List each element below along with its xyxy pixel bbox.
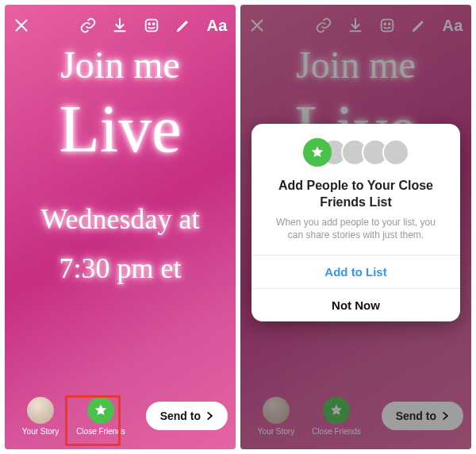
download-icon[interactable]: [111, 17, 129, 34]
svg-line-6: [252, 21, 263, 31]
svg-point-4: [153, 23, 155, 25]
star-icon: [303, 138, 332, 167]
text-tool-icon: Aa: [442, 17, 463, 35]
your-story-label: Your Story: [258, 427, 294, 436]
svg-point-9: [389, 23, 390, 25]
send-to-label: Send to: [160, 410, 201, 422]
your-story-target[interactable]: Your Story: [13, 397, 68, 436]
editor-toolbar: Aa: [240, 10, 471, 41]
close-icon[interactable]: [13, 17, 30, 34]
close-friends-label: Close Friends: [76, 427, 125, 436]
share-bar: Your Story Close Friends Send to: [240, 391, 471, 441]
add-to-list-button[interactable]: Add to List: [251, 255, 460, 288]
sticker-icon[interactable]: [143, 17, 160, 34]
your-story-label: Your Story: [22, 427, 59, 436]
svg-rect-7: [382, 20, 393, 32]
story-editor-screen-modal: Aa Join me Live Wednesday at 7:30 pm et …: [240, 5, 471, 449]
text-tool-icon[interactable]: Aa: [206, 17, 228, 35]
modal-avatar-row: [251, 124, 460, 175]
svg-point-8: [385, 23, 386, 25]
send-to-label: Send to: [396, 410, 436, 422]
star-icon: [87, 397, 114, 424]
story-text-line: Wednesday at: [40, 202, 199, 236]
send-to-button[interactable]: Send to: [146, 402, 228, 430]
star-icon: [323, 397, 350, 424]
close-friends-label: Close Friends: [312, 427, 361, 436]
close-friends-target[interactable]: Close Friends: [73, 397, 129, 436]
modal-body: When you add people to your list, you ca…: [251, 216, 460, 256]
story-text-line: Join me: [60, 43, 180, 87]
avatar: [263, 397, 290, 424]
story-editor-screen: Aa Join me Live Wednesday at 7:30 pm et …: [5, 5, 236, 449]
close-friends-modal: Add People to Your Close Friends List Wh…: [251, 124, 460, 321]
avatar: [382, 139, 409, 166]
send-to-button: Send to: [382, 402, 463, 430]
editor-toolbar: Aa: [5, 10, 236, 41]
share-bar: Your Story Close Friends Send to: [5, 391, 236, 441]
link-icon[interactable]: [79, 17, 97, 34]
svg-line-5: [252, 21, 263, 31]
svg-rect-2: [146, 20, 158, 32]
story-canvas: Join me Live Wednesday at 7:30 pm et: [5, 43, 236, 386]
close-icon: [248, 17, 266, 34]
close-friends-target: Close Friends: [309, 397, 364, 436]
story-text-line: Live: [60, 96, 182, 163]
sticker-icon: [378, 17, 396, 34]
not-now-button[interactable]: Not Now: [251, 288, 460, 321]
story-text-line: 7:30 pm et: [60, 252, 182, 285]
your-story-target: Your Story: [248, 397, 304, 436]
draw-icon[interactable]: [175, 17, 192, 34]
link-icon: [315, 17, 332, 34]
modal-title: Add People to Your Close Friends List: [251, 175, 460, 216]
avatar: [27, 397, 54, 424]
story-text-line: Join me: [296, 43, 416, 87]
svg-point-3: [149, 23, 151, 25]
download-icon: [347, 17, 364, 34]
draw-icon: [410, 17, 428, 34]
